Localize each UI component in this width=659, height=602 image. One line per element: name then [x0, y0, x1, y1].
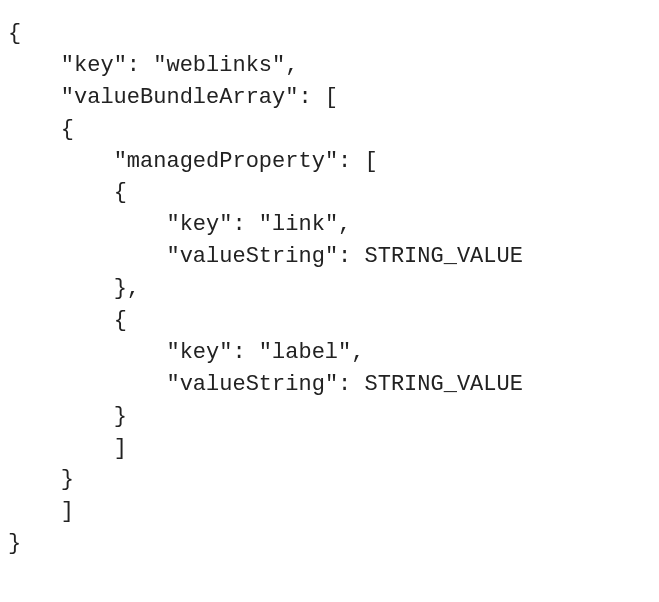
brace: { [114, 308, 127, 333]
json-key: valueString [180, 244, 325, 269]
brace: } [61, 467, 74, 492]
json-key: key [74, 53, 114, 78]
brace: { [114, 180, 127, 205]
json-token: STRING_VALUE [364, 244, 522, 269]
json-key: key [180, 340, 220, 365]
json-key: valueBundleArray [74, 85, 285, 110]
brace: { [8, 21, 21, 46]
json-string: label [272, 340, 338, 365]
bracket: ] [61, 499, 74, 524]
brace: } [114, 276, 127, 301]
brace: { [61, 117, 74, 142]
brace: } [8, 531, 21, 556]
json-token: STRING_VALUE [364, 372, 522, 397]
json-string: weblinks [166, 53, 272, 78]
code-block: { "key": "weblinks", "valueBundleArray":… [0, 0, 659, 568]
json-key: key [180, 212, 220, 237]
bracket: ] [114, 436, 127, 461]
brace: } [114, 404, 127, 429]
json-key: managedProperty [127, 149, 325, 174]
json-string: link [272, 212, 325, 237]
json-key: valueString [180, 372, 325, 397]
